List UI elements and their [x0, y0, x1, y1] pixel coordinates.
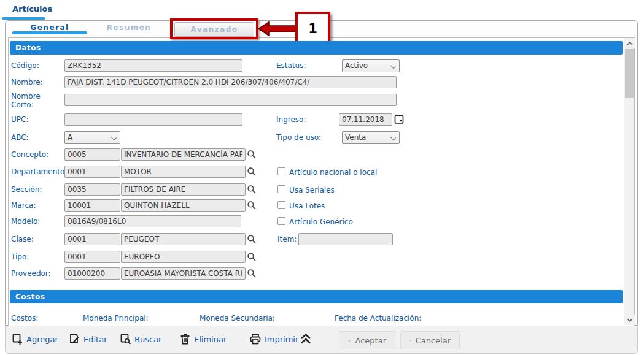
- checkbox-label: Usa Seriales: [289, 186, 335, 194]
- chevron-down-icon: [390, 63, 396, 69]
- page-title-underline: [2, 17, 45, 20]
- item-input[interactable]: [298, 233, 393, 245]
- callout-badge: 1: [295, 12, 330, 45]
- ingreso-label: Ingreso:: [276, 115, 306, 124]
- ingreso-input[interactable]: [339, 113, 392, 126]
- tab-general[interactable]: General: [12, 23, 87, 32]
- seccion-desc-input[interactable]: [121, 183, 246, 196]
- search-icon[interactable]: [247, 234, 257, 244]
- tipo-code-input[interactable]: [64, 251, 120, 263]
- estatus-label: Estatus:: [276, 61, 306, 70]
- item-label: Item:: [277, 235, 297, 243]
- chevron-down-icon: [111, 135, 117, 140]
- proveedor-code-input[interactable]: [64, 267, 120, 280]
- trash-icon: [179, 333, 191, 345]
- highlight-box: [170, 18, 258, 39]
- buscar-button[interactable]: Buscar: [120, 333, 161, 345]
- editar-button[interactable]: Editar: [69, 333, 107, 345]
- checkbox-label: Usa Lotes: [289, 202, 325, 210]
- clase-desc-input[interactable]: [121, 233, 246, 245]
- search-icon[interactable]: [247, 167, 257, 177]
- search-document-icon: [120, 333, 131, 345]
- clase-label: Clase:: [11, 235, 34, 243]
- upc-input[interactable]: [64, 113, 242, 126]
- nombre-corto-input[interactable]: [64, 94, 397, 106]
- search-icon[interactable]: [247, 150, 257, 159]
- page-title: Artículos: [12, 4, 52, 13]
- tipo-desc-input[interactable]: [121, 251, 246, 263]
- search-icon[interactable]: [247, 185, 257, 194]
- upc-label: UPC:: [11, 115, 28, 124]
- checkbox-usa-lotes[interactable]: [277, 201, 285, 209]
- calendar-icon[interactable]: [394, 114, 404, 124]
- checkbox-articulo-generico[interactable]: [277, 217, 285, 225]
- moneda-secundaria-label: Moneda Secundaria:: [200, 314, 275, 323]
- estatus-select[interactable]: Activo: [342, 59, 400, 72]
- scroll-down-button[interactable]: [624, 315, 635, 325]
- printer-icon: [249, 333, 262, 345]
- chevron-down-icon: [627, 318, 633, 322]
- proveedor-label: Proveedor:: [11, 269, 51, 278]
- concepto-code-input[interactable]: [64, 148, 120, 161]
- modelo-input[interactable]: [64, 215, 241, 227]
- departamento-desc-input[interactable]: [121, 166, 246, 178]
- abc-label: ABC:: [11, 133, 29, 142]
- proveedor-desc-input[interactable]: [121, 267, 246, 280]
- marca-desc-input[interactable]: [121, 199, 246, 212]
- vertical-scrollbar[interactable]: [624, 38, 634, 325]
- seccion-code-input[interactable]: [64, 183, 120, 196]
- codigo-label: Código:: [11, 61, 39, 70]
- scrollbar-thumb[interactable]: [625, 49, 634, 98]
- section-header-costos: Costos: [10, 290, 623, 303]
- articulos-window: Artículos General Resumen Avanzado 1 Dat…: [0, 0, 644, 355]
- modelo-label: Modelo:: [11, 217, 40, 226]
- search-icon[interactable]: [247, 269, 257, 278]
- cancelar-button[interactable]: Cancelar: [400, 331, 460, 349]
- aceptar-button[interactable]: Aceptar: [339, 331, 395, 349]
- eliminar-button[interactable]: Eliminar: [179, 333, 227, 345]
- tipo-label: Tipo:: [11, 253, 29, 261]
- clase-code-input[interactable]: [64, 233, 120, 245]
- departamento-code-input[interactable]: [64, 166, 120, 178]
- nombre-label: Nombre:: [11, 78, 43, 86]
- close-icon: [409, 336, 411, 345]
- departamento-label: Departamento:: [11, 167, 67, 176]
- moneda-principal-label: Moneda Principal:: [83, 314, 149, 323]
- tab-general-underline: [12, 31, 87, 34]
- concepto-desc-input[interactable]: [121, 148, 246, 161]
- checkbox-articulo-nacional[interactable]: [277, 167, 285, 175]
- scroll-up-button[interactable]: [624, 38, 635, 48]
- marca-label: Marca:: [11, 201, 36, 210]
- concepto-label: Concepto:: [11, 150, 48, 159]
- tipo-de-uso-select[interactable]: Venta: [342, 131, 400, 144]
- double-chevron-up-icon: [299, 333, 312, 345]
- chevron-down-icon: [390, 135, 396, 140]
- seccion-label: Sección:: [11, 185, 42, 194]
- callout-number: 1: [308, 21, 317, 36]
- search-icon[interactable]: [247, 252, 257, 262]
- codigo-input[interactable]: [64, 59, 242, 72]
- chevron-up-icon: [627, 42, 633, 45]
- tab-resumen[interactable]: Resumen: [92, 23, 166, 32]
- abc-select[interactable]: A: [64, 131, 120, 144]
- checkbox-label: Artículo Genérico: [289, 218, 353, 226]
- checkbox-usa-seriales[interactable]: [277, 185, 285, 193]
- nombre-input[interactable]: [64, 76, 397, 88]
- collapse-toolbar-button[interactable]: [299, 333, 312, 345]
- callout-arrow: [258, 20, 297, 37]
- add-document-icon: [12, 333, 23, 345]
- costos-label: Costos:: [11, 314, 38, 323]
- edit-document-icon: [69, 333, 80, 345]
- nombre-corto-label: Nombre Corto:: [11, 92, 41, 109]
- marca-code-input[interactable]: [64, 199, 120, 212]
- section-header-datos: Datos: [10, 41, 623, 55]
- tipo-de-uso-label: Tipo de uso:: [276, 133, 321, 142]
- checkbox-label: Artículo nacional o local: [289, 168, 377, 177]
- bottom-toolbar: Agregar Editar Buscar: [5, 326, 638, 354]
- imprimir-button[interactable]: Imprimir: [249, 333, 298, 345]
- check-icon: [348, 336, 351, 345]
- fecha-actualizacion-label: Fecha de Actualización:: [335, 314, 421, 323]
- search-icon[interactable]: [247, 200, 257, 210]
- agregar-button[interactable]: Agregar: [12, 333, 58, 345]
